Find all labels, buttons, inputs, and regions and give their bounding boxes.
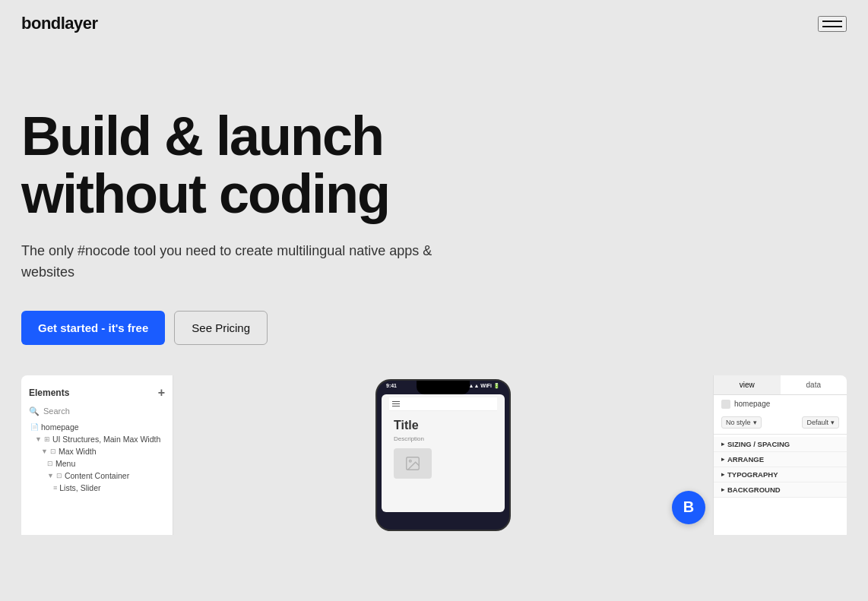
style-label: No style: [726, 419, 751, 426]
default-select[interactable]: Default ▾: [802, 416, 839, 429]
phone-time: 9:41: [386, 383, 397, 389]
badge-letter: B: [683, 498, 694, 516]
container-icon: ⊡: [50, 448, 56, 455]
section-arrow-3: ▸: [721, 471, 724, 478]
hero-section: Build & launch without coding The only #…: [0, 47, 471, 375]
hamburger-line-2: [822, 26, 842, 27]
page-label: homepage: [734, 400, 770, 408]
phone-preview-panel: ↖ 9:41 ▲▲▲ WiFi 🔋 Title Description: [173, 375, 713, 535]
phone-content-area: Title Description: [382, 394, 505, 512]
sizing-spacing-section[interactable]: ▸ SIZING / SPACING: [714, 437, 847, 452]
tree-item-homepage[interactable]: 📄 homepage: [26, 421, 173, 433]
page-item-row[interactable]: homepage: [714, 395, 847, 413]
expand-icon-2: ▼: [41, 448, 48, 455]
elements-search[interactable]: 🔍 Search: [21, 404, 173, 421]
bondlayer-badge: B: [672, 491, 705, 524]
phone-image-placeholder: [394, 448, 432, 479]
cta-group: Get started - it's free See Pricing: [21, 311, 450, 345]
chevron-down-icon-2: ▾: [831, 419, 835, 426]
menu-line-2: [392, 403, 400, 404]
search-icon: 🔍: [29, 406, 40, 416]
menu-line-1: [392, 401, 400, 402]
list-icon: ≡: [53, 484, 57, 492]
elements-panel: Elements + 🔍 Search 📄 homepage ▼ ⊞ UI St…: [21, 375, 173, 535]
phone-hamburger-icon: [392, 401, 400, 406]
component-icon: ⊞: [44, 435, 50, 443]
expand-icon: ▼: [35, 435, 42, 443]
background-section[interactable]: ▸ BACKGROUND: [714, 482, 847, 498]
phone-main-content: Title Description: [389, 411, 497, 482]
hamburger-menu-button[interactable]: [818, 16, 847, 32]
hero-title-line1: Build & launch: [21, 106, 383, 166]
file-icon: 📄: [30, 423, 39, 431]
menu-line-3: [392, 406, 400, 406]
see-pricing-button[interactable]: See Pricing: [174, 311, 268, 345]
tree-item-content-container[interactable]: ▼ ⊡ Content Container: [26, 470, 173, 482]
phone-description: Description: [394, 435, 493, 442]
add-element-icon[interactable]: +: [158, 386, 165, 400]
elements-panel-title: Elements: [29, 387, 69, 398]
elements-panel-header: Elements +: [21, 383, 173, 404]
expand-icon-3: ▼: [47, 472, 54, 479]
tree-item-menu[interactable]: ⊡ Menu: [26, 457, 173, 470]
phone-notch: [417, 381, 470, 394]
section-arrow-2: ▸: [721, 456, 724, 463]
chevron-down-icon: ▾: [753, 419, 757, 426]
tab-data[interactable]: data: [781, 375, 847, 394]
phone-title: Title: [394, 419, 493, 432]
app-preview: Elements + 🔍 Search 📄 homepage ▼ ⊞ UI St…: [21, 375, 847, 535]
item-icon: ⊡: [47, 460, 53, 467]
get-started-button[interactable]: Get started - it's free: [21, 311, 165, 345]
hero-subtitle: The only #nocode tool you need to create…: [21, 241, 450, 283]
arrange-section[interactable]: ▸ ARRANGE: [714, 452, 847, 467]
section-arrow-1: ▸: [721, 441, 724, 448]
style-row: No style ▾ Default ▾: [714, 413, 847, 432]
tree-item-maxwidth[interactable]: ▼ ⊡ Max Width: [26, 445, 173, 457]
hamburger-line-1: [822, 21, 842, 22]
tab-view[interactable]: view: [714, 375, 781, 394]
style-select[interactable]: No style ▾: [721, 416, 762, 429]
phone-mockup: 9:41 ▲▲▲ WiFi 🔋 Title Description: [375, 379, 511, 531]
container-icon-2: ⊡: [56, 472, 62, 479]
logo-text: bondlayer: [21, 14, 98, 33]
style-value: Default: [806, 419, 828, 426]
search-placeholder: Search: [43, 406, 70, 416]
svg-point-1: [409, 460, 411, 462]
tree-item-lists-slider[interactable]: ≡ Lists, Slider: [26, 482, 173, 494]
typography-section[interactable]: ▸ TYPOGRAPHY: [714, 467, 847, 482]
header: bondlayer: [0, 0, 868, 47]
logo[interactable]: bondlayer: [21, 14, 98, 33]
hero-title: Build & launch without coding: [21, 108, 450, 223]
section-arrow-4: ▸: [721, 486, 724, 493]
element-tree: 📄 homepage ▼ ⊞ UI Structures, Main Max W…: [21, 421, 173, 494]
panel-tabs: view data: [714, 375, 847, 395]
page-file-icon: [721, 400, 730, 409]
phone-menu-bar: [389, 397, 497, 411]
properties-panel: view data homepage No style ▾ Default ▾ …: [713, 375, 847, 535]
hero-title-line2: without coding: [21, 163, 389, 224]
tree-item-structures[interactable]: ▼ ⊞ UI Structures, Main Max Width: [26, 433, 173, 445]
